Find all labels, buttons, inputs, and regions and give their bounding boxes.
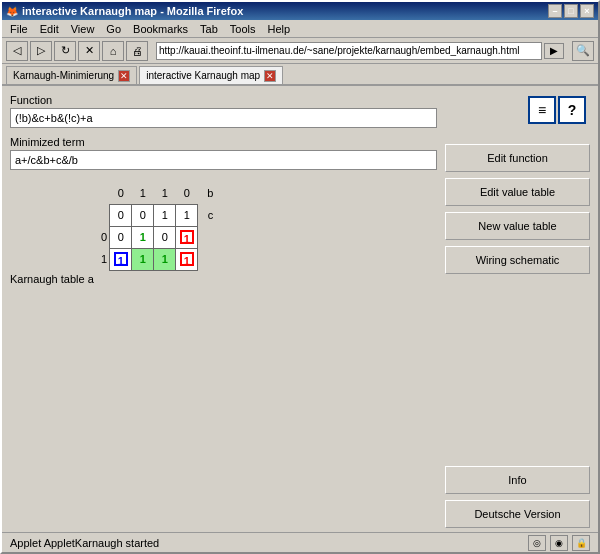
cell-r0c1: 0: [132, 204, 154, 226]
close-button[interactable]: ×: [580, 4, 594, 18]
row-label-1: 1: [88, 248, 110, 270]
cell-r1c1: 1: [132, 226, 154, 248]
cell-r1c0: 0: [110, 226, 132, 248]
header-col-3: 0: [176, 182, 198, 204]
minimized-group: Minimized term: [10, 136, 437, 170]
right-panel: Edit function Edit value table New value…: [445, 94, 590, 528]
row-empty: [88, 204, 110, 226]
address-bar[interactable]: http://kauai.theoinf.tu-ilmenau.de/~sane…: [156, 42, 542, 60]
toolbar: ◁ ▷ ↻ ✕ ⌂ 🖨 http://kauai.theoinf.tu-ilme…: [2, 38, 598, 64]
minimized-input[interactable]: [10, 150, 437, 170]
new-value-table-button[interactable]: New value table: [445, 212, 590, 240]
menu-tools[interactable]: Tools: [224, 22, 262, 36]
cell-r2c3: 1: [176, 248, 198, 270]
content-area: ≡ ? Function Minimized term Karnaugh tab…: [2, 86, 598, 536]
minimize-button[interactable]: –: [548, 4, 562, 18]
window-title: interactive Karnaugh map - Mozilla Firef…: [22, 5, 243, 17]
menu-go[interactable]: Go: [100, 22, 127, 36]
tab-karnaugh-minimierung[interactable]: Karnaugh-Minimierung ✕: [6, 66, 137, 84]
header-col-2: 1: [154, 182, 176, 204]
cell-r1c3: 1: [176, 226, 198, 248]
tab-close-1[interactable]: ✕: [118, 70, 130, 82]
home-button[interactable]: ⌂: [102, 41, 124, 61]
wiring-schematic-button[interactable]: Wiring schematic: [445, 246, 590, 274]
menu-bar: File Edit View Go Bookmarks Tab Tools He…: [2, 20, 598, 38]
row-label-0: 0: [88, 226, 110, 248]
cell-r0c3: 1: [176, 204, 198, 226]
status-text: Applet AppletKarnaugh started: [10, 537, 159, 549]
function-group: Function: [10, 94, 437, 128]
karnaugh-table: 0 1 1 0 b 0 0 1 1 c: [88, 182, 220, 271]
address-text: http://kauai.theoinf.tu-ilmenau.de/~sane…: [159, 45, 539, 56]
left-panel: Function Minimized term Karnaugh table 0…: [10, 94, 437, 528]
karnaugh-label: Karnaugh table: [10, 273, 85, 285]
a-label: a: [88, 273, 220, 285]
menu-view[interactable]: View: [65, 22, 101, 36]
doc-icon-button[interactable]: ≡: [528, 96, 556, 124]
function-label: Function: [10, 94, 437, 106]
top-right-icons: ≡ ?: [528, 96, 586, 124]
menu-bookmarks[interactable]: Bookmarks: [127, 22, 194, 36]
stop-button[interactable]: ✕: [78, 41, 100, 61]
function-input[interactable]: [10, 108, 437, 128]
status-bar: Applet AppletKarnaugh started ◎ ◉ 🔒: [2, 532, 598, 552]
search-button[interactable]: 🔍: [572, 41, 594, 61]
cell-r0c0: 0: [110, 204, 132, 226]
karnaugh-section: Karnaugh table 0 1 1 0 b 0: [10, 182, 437, 285]
reload-button[interactable]: ↻: [54, 41, 76, 61]
help-icon-button[interactable]: ?: [558, 96, 586, 124]
minimized-label: Minimized term: [10, 136, 437, 148]
row-label-c: c: [198, 204, 220, 226]
cell-r1c2: 0: [154, 226, 176, 248]
table-row: 1 1 1 1 1: [88, 248, 220, 270]
karnaugh-table-wrapper: 0 1 1 0 b 0 0 1 1 c: [88, 182, 220, 285]
menu-help[interactable]: Help: [262, 22, 297, 36]
tab-label: Karnaugh-Minimierung: [13, 70, 114, 81]
tabs-bar: Karnaugh-Minimierung ✕ interactive Karna…: [2, 64, 598, 86]
status-icon-3[interactable]: 🔒: [572, 535, 590, 551]
menu-file[interactable]: File: [4, 22, 34, 36]
cell-r2c2: 1: [154, 248, 176, 270]
menu-tab[interactable]: Tab: [194, 22, 224, 36]
tab-interactive-karnaugh[interactable]: interactive Karnaugh map ✕: [139, 66, 283, 84]
cell-r2c1: 1: [132, 248, 154, 270]
table-row: 0 1 1 0 b: [88, 182, 220, 204]
title-bar: 🦊 interactive Karnaugh map - Mozilla Fir…: [2, 2, 598, 20]
edit-function-button[interactable]: Edit function: [445, 144, 590, 172]
status-icon-1[interactable]: ◎: [528, 535, 546, 551]
row-spacer2: [198, 248, 220, 270]
header-col-0: 0: [110, 182, 132, 204]
go-button[interactable]: ▶: [544, 43, 564, 59]
edit-value-table-button[interactable]: Edit value table: [445, 178, 590, 206]
firefox-icon: 🦊: [6, 6, 18, 17]
menu-edit[interactable]: Edit: [34, 22, 65, 36]
header-col-1: 1: [132, 182, 154, 204]
forward-button[interactable]: ▷: [30, 41, 52, 61]
back-button[interactable]: ◁: [6, 41, 28, 61]
cell-r2c0: 1: [110, 248, 132, 270]
header-cell-empty: [88, 182, 110, 204]
status-icons: ◎ ◉ 🔒: [528, 535, 590, 551]
print-button[interactable]: 🖨: [126, 41, 148, 61]
table-row: 0 0 1 1 c: [88, 204, 220, 226]
deutsche-version-button[interactable]: Deutsche Version: [445, 500, 590, 528]
info-button[interactable]: Info: [445, 466, 590, 494]
table-row: 0 0 1 0 1: [88, 226, 220, 248]
row-spacer: [198, 226, 220, 248]
header-col-b: b: [198, 182, 220, 204]
tab-label-active: interactive Karnaugh map: [146, 70, 260, 81]
tab-close-2[interactable]: ✕: [264, 70, 276, 82]
cell-r0c2: 1: [154, 204, 176, 226]
status-icon-2[interactable]: ◉: [550, 535, 568, 551]
maximize-button[interactable]: □: [564, 4, 578, 18]
